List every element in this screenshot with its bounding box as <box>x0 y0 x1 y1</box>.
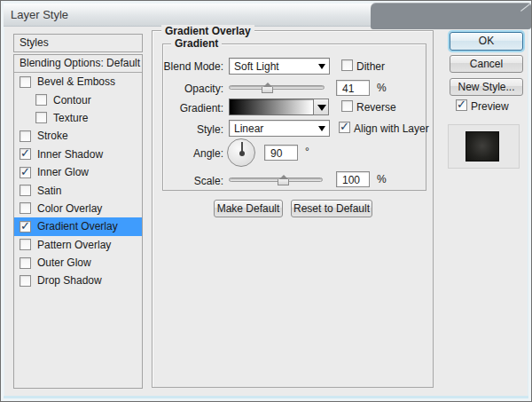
stroke-checkbox[interactable] <box>20 130 31 142</box>
preview-checkbox[interactable] <box>456 99 467 111</box>
angle-dial[interactable] <box>227 138 255 167</box>
gradient-swatch[interactable] <box>229 99 314 115</box>
chevron-down-icon <box>318 126 325 131</box>
sidebar-item-texture[interactable]: Texture <box>14 109 142 127</box>
opacity-label: Opacity: <box>184 83 223 95</box>
reverse-checkbox[interactable] <box>341 100 353 112</box>
layer-style-dialog: Layer Style Styles Blending Options: Def… <box>0 0 532 402</box>
preview-thumbnail <box>466 131 499 162</box>
sidebar-item-outer-glow[interactable]: Outer Glow <box>14 254 142 272</box>
scale-input[interactable]: 100 <box>336 171 370 187</box>
scale-label: Scale: <box>194 175 223 187</box>
angle-dial-hub <box>239 151 245 156</box>
sidebar-item-label: Satin <box>37 185 61 197</box>
sidebar-item-label: Pattern Overlay <box>37 239 111 251</box>
sidebar-item-label: Stroke <box>37 130 68 142</box>
styles-list: Blending Options: Default Bevel & Emboss… <box>13 54 143 389</box>
chevron-down-icon <box>318 64 325 69</box>
sidebar-item-label: Color Overlay <box>37 202 102 215</box>
opacity-slider-thumb[interactable] <box>262 83 273 93</box>
sidebar-item-pattern-overlay[interactable]: Pattern Overlay <box>14 236 142 254</box>
angle-unit: ° <box>305 146 309 158</box>
sidebar-item-label: Drop Shadow <box>37 274 102 287</box>
group-title: Gradient <box>171 37 222 50</box>
bevel-emboss-checkbox[interactable] <box>20 76 31 88</box>
sidebar-item-satin[interactable]: Satin <box>14 181 142 199</box>
ok-button[interactable]: OK <box>450 32 523 51</box>
preview-thumbnail-box <box>448 124 520 169</box>
sidebar-item-label: Gradient Overlay <box>37 220 118 233</box>
gradient-label: Gradient: <box>180 102 223 114</box>
contour-checkbox[interactable] <box>35 94 47 106</box>
satin-checkbox[interactable] <box>20 185 31 196</box>
sidebar-item-label: Texture <box>53 112 88 124</box>
angle-input[interactable]: 90 <box>264 145 298 161</box>
opacity-unit: % <box>377 82 387 94</box>
outer-glow-checkbox[interactable] <box>20 257 31 269</box>
angle-label: Angle: <box>193 147 223 160</box>
reverse-label: Reverse <box>356 101 396 114</box>
sidebar-item-inner-glow[interactable]: Inner Glow <box>14 163 142 181</box>
sidebar-item-label: Contour <box>53 94 91 106</box>
drop-shadow-checkbox[interactable] <box>20 275 31 287</box>
sidebar-item-bevel-emboss[interactable]: Bevel & Emboss <box>14 73 142 91</box>
sidebar-item-drop-shadow[interactable]: Drop Shadow <box>14 272 142 289</box>
sidebar-item-color-overlay[interactable]: Color Overlay <box>14 200 142 217</box>
sidebar-item-stroke[interactable]: Stroke <box>14 127 142 145</box>
sidebar-item-blending-options[interactable]: Blending Options: Default <box>14 55 142 73</box>
dither-checkbox[interactable] <box>341 59 353 71</box>
gradient-overlay-checkbox[interactable] <box>20 221 31 233</box>
make-default-button[interactable]: Make Default <box>214 200 283 217</box>
gradient-picker-arrow-button[interactable] <box>313 99 329 115</box>
inner-shadow-checkbox[interactable] <box>20 148 31 160</box>
scale-slider[interactable] <box>229 175 323 185</box>
cancel-button[interactable]: Cancel <box>450 55 523 73</box>
style-label: Style: <box>197 123 223 136</box>
new-style-button[interactable]: New Style... <box>450 78 523 96</box>
scale-slider-thumb[interactable] <box>278 176 289 185</box>
blend-mode-value: Soft Light <box>234 60 279 73</box>
styles-header-label: Styles <box>20 36 49 49</box>
inner-glow-checkbox[interactable] <box>20 167 31 178</box>
overlapping-gray-panel <box>371 3 531 29</box>
style-select[interactable]: Linear <box>229 120 330 137</box>
styles-header-box: Styles <box>13 34 143 52</box>
opacity-input[interactable]: 41 <box>336 80 370 96</box>
dialog-title: Layer Style <box>11 8 68 21</box>
sidebar-item-contour[interactable]: Contour <box>14 91 142 108</box>
opacity-slider-track[interactable] <box>229 85 325 90</box>
sidebar-item-inner-shadow[interactable]: Inner Shadow <box>14 146 142 163</box>
scale-slider-track[interactable] <box>229 177 323 182</box>
sidebar-item-gradient-overlay[interactable]: Gradient Overlay <box>14 217 142 235</box>
style-value: Linear <box>234 122 263 135</box>
sidebar-item-label: Inner Shadow <box>37 148 103 161</box>
align-with-layer-checkbox[interactable] <box>339 122 350 133</box>
preview-label: Preview <box>471 100 509 113</box>
reset-to-default-button[interactable]: Reset to Default <box>291 200 372 217</box>
blend-mode-label: Blend Mode: <box>164 60 223 73</box>
pattern-overlay-checkbox[interactable] <box>20 239 31 250</box>
align-with-layer-label: Align with Layer <box>354 122 429 135</box>
opacity-slider[interactable] <box>229 83 325 93</box>
blend-mode-select[interactable]: Soft Light <box>229 58 330 75</box>
sidebar-item-label: Inner Glow <box>37 166 89 178</box>
color-overlay-checkbox[interactable] <box>20 202 31 214</box>
sidebar-item-label: Bevel & Emboss <box>37 75 115 88</box>
dither-label: Dither <box>356 60 385 73</box>
sidebar-item-label: Outer Glow <box>37 256 91 269</box>
texture-checkbox[interactable] <box>35 112 47 123</box>
scale-unit: % <box>377 173 387 185</box>
panel-title: Gradient Overlay <box>161 25 254 37</box>
